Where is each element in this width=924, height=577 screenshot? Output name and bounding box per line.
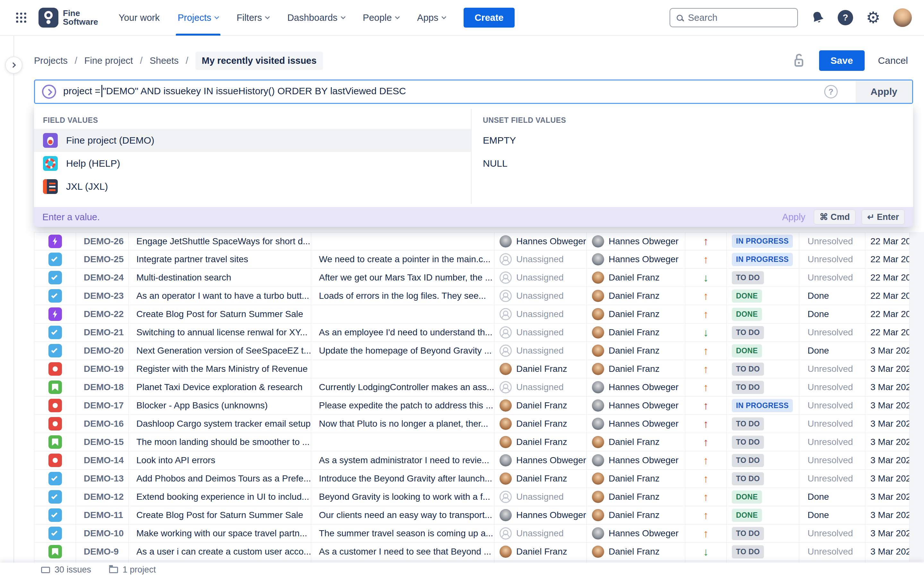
summary-cell[interactable]: As an operator I want to have a turbo bu…: [129, 287, 311, 305]
issue-key-cell[interactable]: DEMO-20: [76, 342, 129, 359]
breadcrumb-fine-project[interactable]: Fine project: [84, 55, 133, 66]
status-cell[interactable]: IN PROGRESS: [727, 250, 799, 268]
issue-key-cell[interactable]: DEMO-9: [76, 543, 129, 561]
hint-apply-label[interactable]: Apply: [782, 212, 806, 222]
issue-key[interactable]: DEMO-11: [84, 510, 123, 520]
summary-cell[interactable]: Next Generation version of SeeSpaceEZ t.…: [129, 342, 311, 359]
issue-key-cell[interactable]: DEMO-18: [76, 378, 129, 396]
resolution-cell[interactable]: Unresolved: [799, 378, 865, 396]
assignee-cell[interactable]: Unassigned: [494, 342, 587, 359]
issue-type-cell[interactable]: [34, 396, 76, 414]
unlock-icon[interactable]: [792, 53, 806, 68]
reporter-cell[interactable]: Daniel Franz: [587, 543, 685, 561]
assignee-cell[interactable]: Hannes Obweger: [494, 506, 587, 524]
apply-button[interactable]: Apply: [856, 81, 912, 103]
issue-key-cell[interactable]: DEMO-22: [76, 305, 129, 323]
summary-cell[interactable]: Planet Taxi Device exploration & researc…: [129, 378, 311, 396]
assignee-cell[interactable]: Unassigned: [494, 287, 587, 305]
issue-key[interactable]: DEMO-13: [84, 474, 124, 484]
issue-key-cell[interactable]: DEMO-10: [76, 524, 129, 542]
priority-cell[interactable]: ↓: [685, 543, 727, 561]
resolution-cell[interactable]: Unresolved: [799, 433, 865, 451]
assignee-cell[interactable]: Unassigned: [494, 250, 587, 268]
issue-type-cell[interactable]: [34, 470, 76, 488]
issue-type-cell[interactable]: [34, 342, 76, 359]
issue-key-cell[interactable]: DEMO-12: [76, 488, 129, 506]
description-cell[interactable]: Update the homepage of Beyond Gravity ..…: [311, 342, 494, 359]
summary-cell[interactable]: Create Blog Post for Saturn Summer Sale: [129, 305, 311, 323]
status-cell[interactable]: TO DO: [727, 524, 799, 542]
issue-type-cell[interactable]: [34, 305, 76, 323]
issue-type-cell[interactable]: [34, 506, 76, 524]
status-cell[interactable]: DONE: [727, 488, 799, 506]
description-cell[interactable]: Introduce the Beyond Gravity after launc…: [311, 470, 494, 488]
table-row[interactable]: DEMO-25 Integrate partner travel sites W…: [34, 250, 924, 269]
table-row[interactable]: DEMO-13 Add Phobos and Deimos Tours as a…: [34, 470, 924, 488]
summary-cell[interactable]: Register with the Mars Ministry of Reven…: [129, 360, 311, 378]
assignee-cell[interactable]: Unassigned: [494, 488, 587, 506]
issue-key[interactable]: DEMO-22: [84, 309, 124, 319]
description-cell[interactable]: We need to create a pointer in the main.…: [311, 250, 494, 268]
issue-key[interactable]: DEMO-14: [84, 455, 124, 466]
resolution-cell[interactable]: Unresolved: [799, 415, 865, 433]
nav-item-projects[interactable]: Projects: [178, 0, 219, 35]
status-cell[interactable]: TO DO: [727, 543, 799, 561]
issue-key[interactable]: DEMO-26: [84, 236, 124, 247]
resolution-cell[interactable]: Done: [799, 305, 865, 323]
assignee-cell[interactable]: Unassigned: [494, 269, 587, 287]
nav-item-filters[interactable]: Filters: [236, 0, 269, 35]
issue-type-cell[interactable]: [34, 360, 76, 378]
table-row[interactable]: DEMO-15 The moon landing should be smoot…: [34, 433, 924, 451]
issue-key-cell[interactable]: DEMO-14: [76, 451, 129, 469]
description-cell[interactable]: Currently LodgingController makes an ass…: [311, 378, 494, 396]
table-row[interactable]: DEMO-21 Switching to annual license renw…: [34, 324, 924, 342]
priority-cell[interactable]: ↑: [685, 433, 727, 451]
description-cell[interactable]: As an employee I'd need to understand th…: [311, 324, 494, 342]
resolution-cell[interactable]: Unresolved: [799, 232, 865, 250]
reporter-cell[interactable]: Daniel Franz: [587, 269, 685, 287]
assignee-cell[interactable]: Daniel Franz: [494, 433, 587, 451]
issue-type-cell[interactable]: [34, 287, 76, 305]
create-button[interactable]: Create: [464, 8, 514, 27]
priority-cell[interactable]: ↑: [685, 232, 727, 250]
summary-cell[interactable]: Integrate partner travel sites: [129, 250, 311, 268]
reporter-cell[interactable]: Hannes Obweger: [587, 232, 685, 250]
summary-cell[interactable]: As a user i can create a custom user acc…: [129, 543, 311, 561]
priority-cell[interactable]: ↑: [685, 524, 727, 542]
priority-cell[interactable]: ↑: [685, 378, 727, 396]
priority-cell[interactable]: ↑: [685, 415, 727, 433]
issue-key-cell[interactable]: DEMO-11: [76, 506, 129, 524]
issue-type-cell[interactable]: [34, 250, 76, 268]
issue-type-cell[interactable]: [34, 543, 76, 561]
resolution-cell[interactable]: Unresolved: [799, 470, 865, 488]
assignee-cell[interactable]: Hannes Obweger: [494, 451, 587, 469]
status-cell[interactable]: DONE: [727, 342, 799, 359]
reporter-cell[interactable]: Daniel Franz: [587, 488, 685, 506]
summary-cell[interactable]: Extend booking experience in UI to inclu…: [129, 488, 311, 506]
issue-key[interactable]: DEMO-23: [84, 291, 124, 301]
description-cell[interactable]: As a system administrator I need to revi…: [311, 451, 494, 469]
reporter-cell[interactable]: Hannes Obweger: [587, 451, 685, 469]
summary-cell[interactable]: Look into API errors: [129, 451, 311, 469]
status-cell[interactable]: TO DO: [727, 415, 799, 433]
issue-key[interactable]: DEMO-25: [84, 254, 124, 264]
description-cell[interactable]: After we get our Mars Tax ID number, the…: [311, 269, 494, 287]
table-row[interactable]: DEMO-16 Dashloop Cargo system tracker em…: [34, 415, 924, 433]
resolution-cell[interactable]: Unresolved: [799, 269, 865, 287]
issue-key[interactable]: DEMO-17: [84, 400, 124, 411]
resolution-cell[interactable]: Done: [799, 342, 865, 359]
issue-key[interactable]: DEMO-16: [84, 419, 124, 429]
assignee-cell[interactable]: Daniel Franz: [494, 470, 587, 488]
issue-key-cell[interactable]: DEMO-26: [76, 232, 129, 250]
issue-type-cell[interactable]: [34, 324, 76, 342]
resolution-cell[interactable]: Done: [799, 287, 865, 305]
status-cell[interactable]: DONE: [727, 506, 799, 524]
issue-key[interactable]: DEMO-10: [84, 528, 124, 538]
description-cell[interactable]: Beyond Gravity is looking to work with a…: [311, 488, 494, 506]
assignee-cell[interactable]: Unassigned: [494, 324, 587, 342]
issue-key-cell[interactable]: DEMO-16: [76, 415, 129, 433]
expand-sidebar-button[interactable]: [5, 56, 23, 74]
table-row[interactable]: DEMO-11 Create Blog Post for Saturn Summ…: [34, 506, 924, 524]
resolution-cell[interactable]: Unresolved: [799, 360, 865, 378]
table-row[interactable]: DEMO-26 Engage JetShuttle SpaceWays for …: [34, 232, 924, 250]
